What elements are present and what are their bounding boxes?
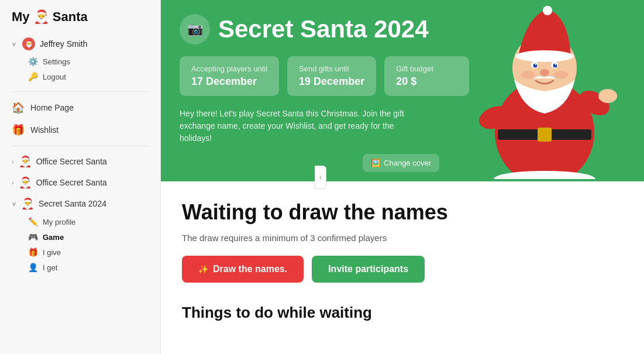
svg-point-15 (535, 64, 536, 65)
hero-card-send: Send gifts until 19 December (287, 56, 376, 96)
sidebar-item-i-give[interactable]: 🎁 I give (0, 245, 160, 260)
change-cover-button[interactable]: 🖼️ Change cover (363, 154, 439, 172)
hero-section: 📷 Secret Santa 2024 Accepting players un… (161, 0, 644, 181)
divider-1 (12, 91, 149, 92)
office-santa2-label: Office Secret Santa (36, 178, 107, 187)
content-section: Waiting to draw the names The draw requi… (161, 181, 644, 341)
user-menu-toggle[interactable]: ∨ 🎅 Jeffrey Smith (0, 34, 160, 54)
change-cover-label: Change cover (384, 159, 431, 167)
wishlist-label: Wishlist (30, 125, 58, 135)
hero-description: Hey there! Let's play Secret Santa this … (180, 108, 425, 145)
chevron-down-icon: ∨ (12, 40, 16, 48)
sidebar-item-home[interactable]: 🏠 Home Page (0, 97, 160, 119)
send-value: 19 December (299, 75, 364, 88)
svg-point-17 (540, 69, 549, 76)
sidebar: My 🎅 Santa ∨ 🎅 Jeffrey Smith ⚙️ Settings… (0, 0, 161, 354)
settings-label: Settings (43, 57, 70, 66)
svg-point-5 (598, 89, 617, 103)
send-label: Send gifts until (299, 64, 364, 73)
i-give-icon: 🎁 (28, 248, 38, 257)
user-name: Jeffrey Smith (40, 39, 87, 49)
waiting-title: Waiting to draw the names (182, 200, 623, 225)
sidebar-item-my-profile[interactable]: ✏️ My profile (0, 214, 160, 229)
santa-illustration (451, 4, 638, 181)
divider-2 (12, 146, 149, 146)
svg-point-6 (494, 171, 595, 179)
sidebar-group-secret2024[interactable]: ∨ 🎅 Secret Santa 2024 (0, 193, 160, 214)
office-santa2-icon: 🎅 (19, 176, 32, 189)
sidebar-group-office1[interactable]: › 🎅 Office Secret Santa (0, 151, 160, 172)
my-profile-label: My profile (43, 218, 75, 226)
sidebar-item-game[interactable]: 🎮 Game (0, 229, 160, 245)
things-title: Things to do while waiting (182, 304, 623, 322)
chevron-right-icon2: › (12, 179, 14, 186)
my-profile-icon: ✏️ (28, 217, 38, 226)
accepting-label: Accepting players until (191, 64, 267, 73)
draw-names-button[interactable]: ✨ Draw the names. (182, 256, 304, 283)
secret-santa-icon: 🎅 (21, 197, 34, 210)
svg-rect-2 (538, 128, 552, 142)
main-content: 📷 Secret Santa 2024 Accepting players un… (161, 0, 644, 354)
svg-point-19 (554, 71, 568, 79)
i-get-icon: 👤 (28, 263, 38, 272)
wishlist-icon: 🎁 (12, 123, 25, 136)
waiting-subtitle: The draw requires a minimum of 3 confirm… (182, 233, 623, 243)
game-icon: 🎮 (28, 232, 38, 242)
secret-santa-label: Secret Santa 2024 (39, 199, 106, 208)
office-santa1-icon: 🎅 (19, 155, 32, 168)
chevron-right-icon: › (12, 158, 14, 165)
action-buttons: ✨ Draw the names. Invite participants (182, 256, 623, 283)
draw-names-label: Draw the names. (213, 264, 287, 274)
sidebar-item-wishlist[interactable]: 🎁 Wishlist (0, 119, 160, 141)
invite-participants-button[interactable]: Invite participants (312, 256, 425, 283)
logout-item[interactable]: 🔑 Logout (0, 69, 160, 84)
hero-card-accepting: Accepting players until 17 December (180, 56, 279, 96)
user-section: ∨ 🎅 Jeffrey Smith ⚙️ Settings 🔑 Logout (0, 34, 160, 84)
home-icon: 🏠 (12, 101, 25, 114)
image-icon: 🖼️ (371, 159, 380, 167)
camera-button[interactable]: 📷 (180, 14, 210, 44)
game-label: Game (43, 233, 64, 242)
home-label: Home Page (30, 103, 74, 112)
sparkle-icon: ✨ (198, 264, 208, 274)
i-get-label: I get (43, 263, 57, 272)
logout-icon: 🔑 (28, 72, 38, 81)
app-logo: My 🎅 Santa (0, 9, 160, 34)
avatar: 🎅 (22, 37, 35, 50)
sidebar-group-office2[interactable]: › 🎅 Office Secret Santa (0, 172, 160, 193)
hero-title: Secret Santa 2024 (218, 15, 429, 43)
budget-value: 20 $ (396, 75, 457, 88)
settings-icon: ⚙️ (28, 57, 38, 66)
sidebar-item-i-get[interactable]: 👤 I get (0, 260, 160, 275)
i-give-label: I give (43, 248, 61, 257)
logout-label: Logout (43, 73, 66, 81)
chevron-down-icon2: ∨ (12, 200, 16, 208)
office-santa1-label: Office Secret Santa (36, 157, 107, 166)
svg-point-18 (521, 71, 535, 79)
sidebar-collapse-button[interactable]: ‹ (315, 166, 326, 189)
accepting-value: 17 December (191, 75, 267, 88)
svg-point-16 (555, 64, 556, 65)
svg-point-10 (543, 6, 552, 15)
budget-label: Gift budget (396, 64, 457, 73)
svg-point-9 (515, 50, 574, 62)
camera-icon: 📷 (187, 22, 203, 37)
invite-label: Invite participants (328, 264, 408, 274)
settings-item[interactable]: ⚙️ Settings (0, 54, 160, 69)
